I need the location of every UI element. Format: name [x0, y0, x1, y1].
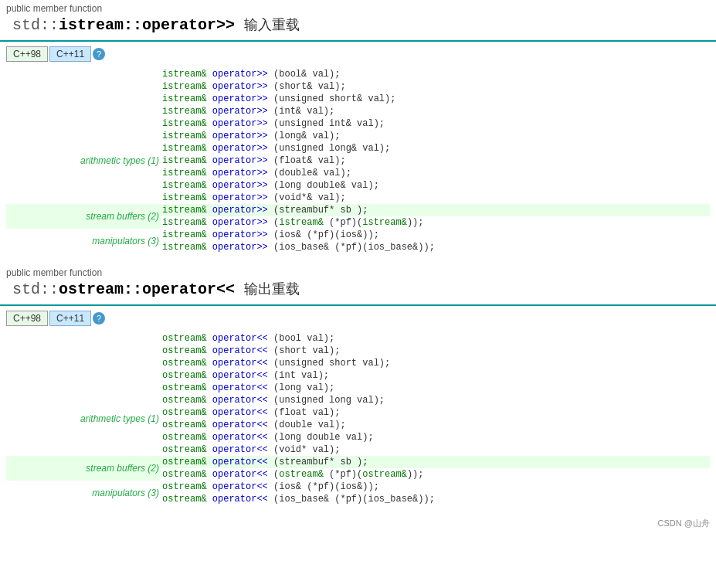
- row-label-empty: [6, 369, 161, 382]
- function-title: std::istream::operator>>输入重载: [6, 14, 710, 36]
- tab-cpp98[interactable]: C++98: [6, 311, 48, 326]
- code-cell: ostream& operator<< (void* val);: [161, 444, 710, 456]
- watermark: CSDN @山舟: [0, 516, 716, 531]
- table-row: arithmetic types (1)ostream& operator<< …: [6, 382, 710, 394]
- row-label: stream buffers (2): [6, 204, 161, 229]
- blue-line: [0, 40, 716, 42]
- tabs-row: C++98C++11?: [0, 308, 716, 329]
- tab-cpp11[interactable]: C++11: [49, 46, 91, 62]
- code-cell: istream& operator>> (unsigned int& val);: [161, 117, 710, 130]
- row-label-empty: [6, 93, 161, 105]
- code-cell: istream& operator>> (void*& val);: [161, 192, 710, 204]
- table-row: ostream& operator<< (short val);: [6, 345, 710, 357]
- row-label-empty: [6, 357, 161, 369]
- table-row: stream buffers (2)ostream& operator<< (s…: [6, 456, 710, 468]
- row-label-empty: [6, 80, 161, 93]
- row-label: manipulators (3): [6, 481, 161, 505]
- row-label-empty: [6, 105, 161, 117]
- row-label-empty: [6, 332, 161, 345]
- code-cell: ostream& operator<< (ostream& (*pf)(ostr…: [161, 468, 710, 481]
- code-cell: istream& operator>> (long& val);: [161, 130, 710, 142]
- table-row: manipulators (3)ostream& operator<< (ios…: [6, 481, 710, 493]
- code-cell: istream& operator>> (streambuf* sb );: [161, 204, 710, 216]
- func-name: std::istream::operator>>: [12, 16, 235, 34]
- table-row: ostream& operator<< (int val);: [6, 369, 710, 382]
- tab-cpp11[interactable]: C++11: [49, 311, 91, 326]
- help-icon[interactable]: ?: [93, 312, 105, 325]
- code-table: ostream& operator<< (bool val);ostream& …: [6, 332, 710, 505]
- code-cell: ostream& operator<< (int val);: [161, 369, 710, 382]
- table-row: ostream& operator<< (bool val);: [6, 332, 710, 345]
- code-cell: istream& operator>> (ios& (*pf)(ios&));: [161, 229, 710, 241]
- code-cell: ostream& operator<< (long double val);: [161, 431, 710, 444]
- code-cell: istream& operator>> (long double& val);: [161, 179, 710, 192]
- row-label: stream buffers (2): [6, 456, 161, 481]
- table-row: stream buffers (2)istream& operator>> (s…: [6, 204, 710, 216]
- blue-line: [0, 304, 716, 306]
- code-cell: ostream& operator<< (ios& (*pf)(ios&));: [161, 481, 710, 493]
- code-cell: istream& operator>> (double& val);: [161, 167, 710, 179]
- code-cell: ostream& operator<< (bool val);: [161, 332, 710, 345]
- table-row: istream& operator>> (unsigned short& val…: [6, 93, 710, 105]
- code-cell: ostream& operator<< (short val);: [161, 345, 710, 357]
- code-cell: ostream& operator<< (long val);: [161, 382, 710, 394]
- code-cell: ostream& operator<< (ios_base& (*pf)(ios…: [161, 493, 710, 505]
- row-label-empty: [6, 345, 161, 357]
- code-cell: istream& operator>> (int& val);: [161, 105, 710, 117]
- row-label: manipulators (3): [6, 229, 161, 253]
- table-row: ostream& operator<< (unsigned short val)…: [6, 357, 710, 369]
- tab-cpp98[interactable]: C++98: [6, 46, 48, 62]
- chinese-title: 输出重载: [244, 280, 300, 298]
- help-icon[interactable]: ?: [93, 48, 105, 60]
- code-cell: ostream& operator<< (double val);: [161, 419, 710, 431]
- code-table-wrapper: ostream& operator<< (bool val);ostream& …: [0, 329, 716, 508]
- code-cell: ostream& operator<< (unsigned long val);: [161, 394, 710, 406]
- chinese-title: 输入重载: [244, 15, 300, 34]
- public-member-label: public member function: [6, 267, 710, 278]
- code-table-wrapper: istream& operator>> (bool& val);istream&…: [0, 65, 716, 257]
- table-row: manipulators (3)istream& operator>> (ios…: [6, 229, 710, 241]
- code-table: istream& operator>> (bool& val);istream&…: [6, 68, 710, 253]
- section-block: public member functionstd::istream::oper…: [0, 0, 716, 257]
- table-row: istream& operator>> (int& val);: [6, 105, 710, 117]
- row-label: arithmetic types (1): [6, 382, 161, 456]
- row-label-empty: [6, 68, 161, 80]
- function-title: std::ostream::operator<<输出重载: [6, 278, 710, 300]
- code-cell: ostream& operator<< (unsigned short val)…: [161, 357, 710, 369]
- code-cell: istream& operator>> (bool& val);: [161, 68, 710, 80]
- row-label: arithmetic types (1): [6, 117, 161, 204]
- table-row: istream& operator>> (short& val);: [6, 80, 710, 93]
- code-cell: istream& operator>> (ios_base& (*pf)(ios…: [161, 241, 710, 253]
- func-name: std::ostream::operator<<: [12, 280, 235, 298]
- code-cell: istream& operator>> (unsigned short& val…: [161, 93, 710, 105]
- code-cell: istream& operator>> (short& val);: [161, 80, 710, 93]
- code-cell: istream& operator>> (float& val);: [161, 155, 710, 167]
- table-row: arithmetic types (1)istream& operator>> …: [6, 117, 710, 130]
- code-cell: istream& operator>> (unsigned long& val)…: [161, 142, 710, 155]
- code-cell: ostream& operator<< (float val);: [161, 406, 710, 419]
- tabs-row: C++98C++11?: [0, 43, 716, 65]
- code-cell: istream& operator>> (istream& (*pf)(istr…: [161, 216, 710, 229]
- code-cell: ostream& operator<< (streambuf* sb );: [161, 456, 710, 468]
- public-member-label: public member function: [6, 3, 710, 14]
- table-row: istream& operator>> (bool& val);: [6, 68, 710, 80]
- section-block: public member functionstd::ostream::oper…: [0, 264, 716, 508]
